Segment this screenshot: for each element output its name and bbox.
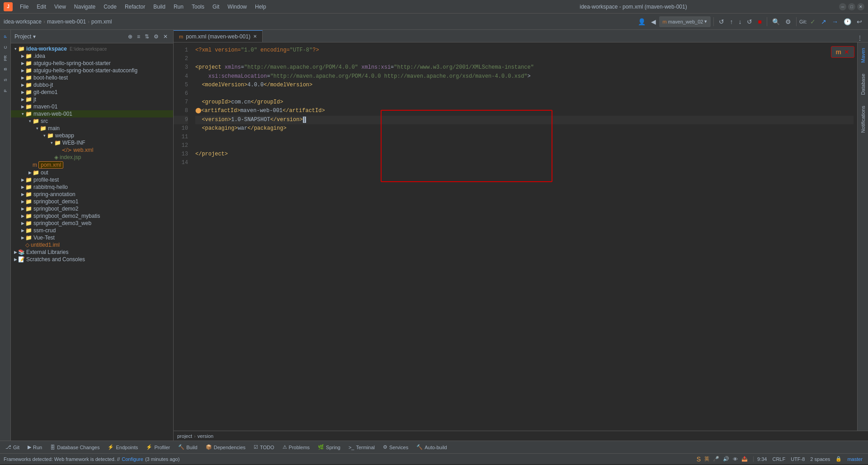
close-button[interactable]: ✕ [857, 3, 864, 10]
git-check-btn[interactable]: ✓ [808, 17, 818, 27]
tree-item-spring-annotation[interactable]: ▶ 📁 spring-annotation [11, 191, 173, 198]
tree-item-untitled1[interactable]: ▶ ◇ untitled1.iml [11, 241, 173, 249]
menu-edit[interactable]: Edit [33, 2, 50, 11]
menu-git[interactable]: Git [209, 2, 223, 11]
project-collapse-icon[interactable]: ≡ [135, 33, 142, 41]
btn-endpoints[interactable]: ⚡ Endpoints [104, 443, 142, 451]
menu-help[interactable]: Help [251, 2, 270, 11]
tree-item-vue-test[interactable]: ▶ 📁 Vue-Test [11, 234, 173, 241]
menu-refactor[interactable]: Refactor [121, 2, 149, 11]
tree-item-git-demo1[interactable]: ▶ 📁 git-demo1 [11, 89, 173, 96]
tree-item-rabbitmq[interactable]: ▶ 📁 rabbitmq-hello [11, 183, 173, 191]
editor-breadcrumb-project[interactable]: project [177, 433, 192, 439]
nav-branch-btn[interactable]: m maven_web_02 ▾ [659, 16, 711, 27]
nav-settings-btn[interactable]: ⚙ [783, 17, 793, 27]
tree-item-out[interactable]: ▶ 📁 out [11, 169, 173, 176]
btn-build[interactable]: 🔨 Build [175, 443, 201, 451]
menu-build[interactable]: Build [150, 2, 169, 11]
tree-item-profile-test[interactable]: ▶ 📁 profile-test [11, 176, 173, 183]
btn-run[interactable]: ▶ Run [24, 443, 46, 451]
git-arrow2-btn[interactable]: → [830, 17, 840, 27]
menu-file[interactable]: File [16, 2, 32, 11]
project-sort-icon[interactable]: ⇅ [143, 33, 151, 41]
frameworks-configure-link[interactable]: Configure [122, 456, 143, 462]
code-area[interactable]: <?xml version="1.0" encoding="UTF-8"?> <… [192, 42, 857, 431]
editor-more-btn[interactable]: ⋮ [855, 34, 864, 42]
breadcrumb-project[interactable]: maven-web-001 [47, 19, 86, 25]
tree-item-springboot2mybatis[interactable]: ▶ 📁 springboot_demo2_mybatis [11, 212, 173, 220]
btn-dependencies[interactable]: 📦 Dependencies [202, 443, 249, 451]
nav-revert-btn[interactable]: ↺ [745, 17, 755, 27]
tree-item-webinf[interactable]: ▾ 📁 WEB-INF [11, 139, 173, 146]
tree-root[interactable]: ▾ 📁 idea-workspace E:\idea-workspace [11, 45, 173, 52]
tree-item-indexjsp[interactable]: ▶ ◈ index.jsp [11, 154, 173, 161]
project-panel-dropdown[interactable]: ▾ [33, 33, 36, 40]
btn-spring[interactable]: 🌿 Spring [314, 443, 344, 451]
maximize-button[interactable]: □ [848, 3, 855, 10]
minimize-button[interactable]: ─ [839, 3, 846, 10]
right-sidebar-notifications[interactable]: Notifications [859, 102, 867, 136]
btn-terminal[interactable]: >_ Terminal [345, 444, 378, 451]
nav-stop-btn[interactable]: ■ [755, 17, 764, 27]
tab-pomxml[interactable]: m pom.xml (maven-web-001) ✕ [174, 30, 263, 42]
maven-panel-close[interactable]: ✕ [844, 48, 849, 56]
tree-item-atguigu-auto[interactable]: ▶ 📁 atguigu-hello-spring-boot-starter-au… [11, 67, 173, 74]
nav-refresh-btn[interactable]: ↺ [717, 17, 726, 27]
tree-item-webxml[interactable]: ▶ ≺/≻ web.xml [11, 146, 173, 154]
btn-database-changes[interactable]: 🗄 Database Changes [47, 444, 103, 451]
menu-run[interactable]: Run [170, 2, 187, 11]
tree-item-maven-web[interactable]: ▾ 📁 maven-web-001 [11, 110, 173, 117]
menu-view[interactable]: View [51, 2, 70, 11]
tree-item-springboot2[interactable]: ▶ 📁 springboot_demo2 [11, 205, 173, 212]
tree-item-pomxml[interactable]: ▶ m pom.xml [11, 161, 173, 169]
tree-item-atguigu-hello[interactable]: ▶ 📁 atguigu-hello-spring-boot-starter [11, 60, 173, 67]
btn-todo[interactable]: ☑ TODO [250, 443, 278, 451]
tree-item-dubbo[interactable]: ▶ 📁 dubbo-jt [11, 81, 173, 89]
menu-navigate[interactable]: Navigate [71, 2, 99, 11]
tree-item-ssm-crud[interactable]: ▶ 📁 ssm-crud [11, 227, 173, 234]
git-arrow1-btn[interactable]: ↗ [819, 17, 829, 27]
tree-item-springboot3web[interactable]: ▶ 📁 springboot_demo3_web [11, 220, 173, 227]
tree-item-jt[interactable]: ▶ 📁 jt [11, 96, 173, 103]
sidebar-plugins-icon[interactable]: P [0, 86, 10, 96]
menu-code[interactable]: Code [100, 2, 120, 11]
sidebar-commit-icon[interactable]: C [0, 42, 10, 52]
btn-profiler[interactable]: ⚡ Profiler [142, 443, 174, 451]
nav-update-btn[interactable]: ↑ [727, 17, 735, 27]
tree-item-ext-libs[interactable]: ▶ 📚 External Libraries [11, 249, 173, 256]
project-close-icon[interactable]: ✕ [161, 33, 170, 41]
sidebar-bookmarks-icon[interactable]: B [0, 64, 10, 74]
tab-pomxml-close[interactable]: ✕ [253, 34, 257, 39]
tree-item-springboot1[interactable]: ▶ 📁 springboot_demo1 [11, 198, 173, 205]
git-history-btn[interactable]: 🕐 [841, 17, 854, 27]
btn-auto-build[interactable]: 🔨 Auto-build [413, 443, 451, 451]
btn-git[interactable]: ⎇ Git [2, 443, 23, 451]
nav-search-btn[interactable]: 🔍 [770, 17, 782, 27]
status-git-branch[interactable]: master [847, 456, 863, 462]
project-settings-icon[interactable]: ⚙ [152, 33, 160, 41]
editor-breadcrumb-version[interactable]: version [198, 433, 213, 439]
tree-item-scratches[interactable]: ▶ 📝 Scratches and Consoles [11, 256, 173, 263]
sidebar-pull-icon[interactable]: PR [0, 53, 10, 63]
menu-window[interactable]: Window [224, 2, 250, 11]
nav-profile-btn[interactable]: 👤 [636, 17, 648, 27]
tree-item-src[interactable]: ▾ 📁 src [11, 117, 173, 125]
right-sidebar-database[interactable]: Database [859, 70, 867, 99]
tree-item-idea[interactable]: ▶ 📁 .idea [11, 52, 173, 60]
breadcrumb-file[interactable]: pom.xml [91, 19, 112, 25]
btn-services[interactable]: ⚙ Services [379, 443, 412, 451]
breadcrumb-workspace[interactable]: idea-workspace [4, 19, 42, 25]
right-sidebar-maven[interactable]: Maven [859, 44, 867, 66]
menu-tools[interactable]: Tools [188, 2, 208, 11]
tree-item-maven01[interactable]: ▶ 📁 maven-01 [11, 103, 173, 110]
maven-panel-indicator[interactable]: m ✕ [831, 46, 854, 58]
project-sync-icon[interactable]: ⊕ [126, 33, 134, 41]
sidebar-project-icon[interactable]: P [0, 32, 10, 42]
nav-push-btn[interactable]: ↓ [736, 17, 744, 27]
nav-back-btn[interactable]: ◀ [649, 17, 658, 27]
git-revert-btn[interactable]: ↩ [854, 17, 864, 27]
tree-item-main[interactable]: ▾ 📁 main [11, 125, 173, 132]
tree-item-webapp[interactable]: ▾ 📁 webapp [11, 132, 173, 139]
btn-problems[interactable]: ⚠ Problems [279, 443, 313, 451]
sidebar-structure-icon[interactable]: S [0, 75, 10, 85]
